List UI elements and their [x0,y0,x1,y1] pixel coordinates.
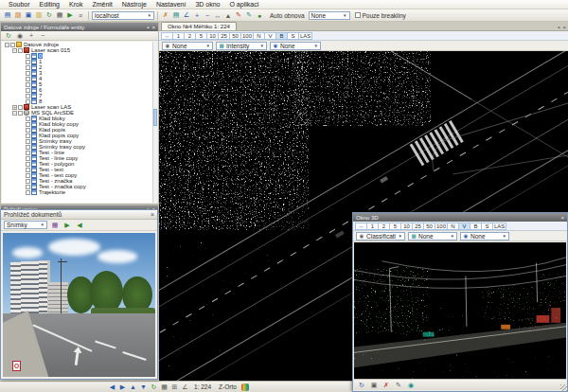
datasource-tree[interactable]: − Datové zdroje − Laser scan 015 [2,42,152,203]
tree-checkbox[interactable] [26,65,30,70]
print-icon[interactable]: ▦ [55,10,64,20]
image-icon[interactable]: ▦ [50,221,60,230]
street-photo-view[interactable] [3,233,155,377]
only-breaklines-checkbox[interactable]: Pouze breakliny [355,12,406,19]
tree-checkbox[interactable] [26,156,30,161]
tree-checkbox[interactable] [26,122,30,127]
new-file-icon[interactable]: ▤ [3,10,12,20]
checkbox-box[interactable] [355,12,361,18]
close-selection-icon[interactable]: ✗ [382,381,391,390]
connect-icon[interactable]: ↻ [4,31,13,41]
scale-button[interactable]: 1 [367,223,379,230]
resize-grip[interactable] [560,384,567,391]
tree-item[interactable]: Trajektorie [2,189,152,195]
tree-expander-icon[interactable]: − [5,43,9,47]
tree-expander-icon[interactable] [20,60,25,64]
tree-expander-icon[interactable] [20,88,25,93]
tree-checkbox[interactable] [26,179,30,184]
layers-icon[interactable]: ▤ [171,10,181,20]
layout-icon[interactable]: ⊞ [170,383,179,391]
scale-button[interactable]: 2 [379,223,390,230]
tree-checkbox[interactable] [26,77,30,81]
down-arrow-icon[interactable]: ▼ [139,383,148,391]
tree-expander-icon[interactable] [20,82,25,87]
tree-checkbox[interactable] [26,185,30,189]
overlay-combo[interactable]: ◉ None ▼ [270,42,321,50]
tree-expander-icon[interactable] [20,65,25,70]
tree-checkbox[interactable] [26,60,30,64]
eye-icon[interactable]: ◉ [15,31,25,41]
tree-expander-icon[interactable] [20,134,25,138]
coloring-combo[interactable]: ◉ Classificati ▼ [356,232,405,241]
grid-icon[interactable]: ▦ [160,383,169,391]
zoom-in-icon[interactable]: + [192,10,202,20]
scale-button[interactable]: V [265,32,276,40]
refresh-icon[interactable]: ↻ [44,10,54,20]
document-viewer-title[interactable]: Prohlížeč dokumentů × [1,210,157,220]
tree-checkbox[interactable] [26,99,30,104]
select-icon[interactable]: ▲ [223,10,233,20]
scale-button[interactable]: V [459,223,470,230]
server-combo[interactable]: localhost ▼ [92,11,154,20]
pen-teal-icon[interactable]: ✎ [244,10,254,20]
tree-checkbox[interactable] [26,116,30,121]
tree-expander-icon[interactable] [20,54,25,59]
close-icon[interactable]: × [562,25,566,30]
menu-item[interactable]: Nastavení [151,0,191,9]
flag-icon[interactable]: ● [255,10,264,20]
texture-combo[interactable]: ▦ None ▼ [408,232,457,241]
tab-window1[interactable]: Okno №4 Měřítko 1: 224 [161,22,237,30]
scale-button[interactable]: 50 [424,223,435,230]
scale-button[interactable]: LAS [299,32,312,40]
menu-item[interactable]: O aplikaci [224,0,263,9]
tree-expander-icon[interactable] [20,168,25,172]
menu-item[interactable]: Editing [35,0,64,9]
prev-photo-icon[interactable]: ◀ [75,221,84,230]
coloring-combo[interactable]: ▦ Intensity ▼ [216,42,267,50]
scale-button[interactable]: 25 [413,223,424,230]
tree-checkbox[interactable] [26,139,30,144]
scale-button[interactable]: S [288,32,299,40]
tree-checkbox[interactable] [26,190,30,195]
pointcloud-3d-canvas[interactable] [354,242,566,379]
tree-checkbox[interactable] [26,151,30,155]
scale-button[interactable]: 100 [241,32,254,40]
tree-checkbox[interactable] [26,173,30,178]
scale-button[interactable]: 5 [390,223,401,230]
tree-checkbox[interactable] [26,82,30,87]
import-icon[interactable]: ▥ [34,10,44,20]
fit-extent-button[interactable]: ↔ [355,223,367,230]
tree-checkbox[interactable] [26,71,30,76]
camera-icon[interactable]: ◉ [406,381,416,390]
scale-button[interactable]: LAS [493,223,506,230]
tree-expander-icon[interactable] [20,151,25,155]
tree-expander-icon[interactable] [20,179,25,184]
tree-expander-icon[interactable] [20,162,25,167]
pin-icon[interactable]: ▪ [147,25,149,30]
tree-checkbox[interactable] [10,43,15,47]
scale-button[interactable]: 5 [196,32,207,40]
delete-icon[interactable]: ✗ [161,10,170,20]
tree-expander-icon[interactable] [20,116,25,121]
next-photo-icon[interactable]: ▶ [62,221,72,230]
tree-expander-icon[interactable] [20,128,25,133]
close-icon[interactable]: × [151,25,155,30]
tree-checkbox[interactable] [26,145,30,150]
pin-icon[interactable]: ▪ [558,25,559,30]
tree-expander-icon[interactable] [20,139,25,144]
scale-button[interactable]: N [448,223,459,230]
scale-button[interactable]: 10 [401,223,413,230]
fit-extent-button[interactable]: ↔ [161,32,173,40]
tree-checkbox[interactable] [26,128,30,133]
close-icon[interactable]: × [151,211,154,219]
tree-checkbox[interactable] [26,134,30,138]
menu-item[interactable]: Krok [64,0,87,9]
tree-checkbox[interactable] [18,111,23,116]
tree-expander-icon[interactable] [20,156,25,161]
save-view-icon[interactable]: ▣ [369,381,379,390]
overlay-combo[interactable]: ◉ None ▼ [460,232,509,241]
tree-expander-icon[interactable] [20,173,25,178]
tree-expander-icon[interactable] [20,185,25,189]
tree-checkbox[interactable] [26,94,30,98]
tree-expander-icon[interactable] [20,99,25,104]
